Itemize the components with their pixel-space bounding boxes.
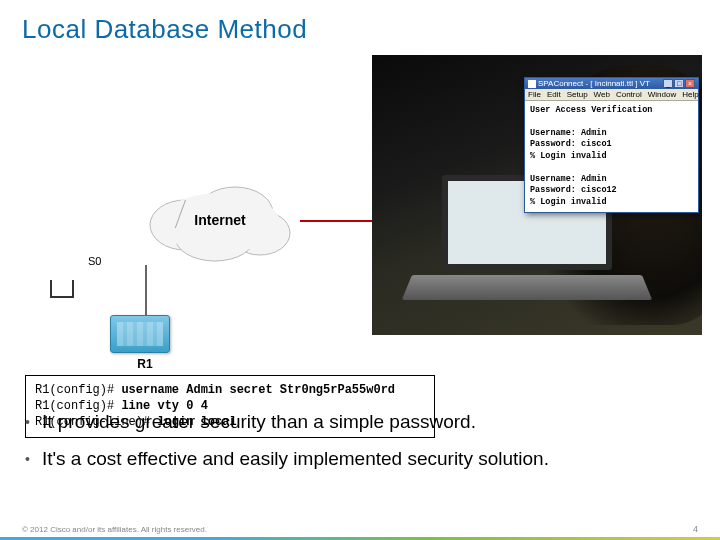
bullet-text: It's a cost effective and easily impleme… (42, 447, 549, 472)
terminal-window: SPAConnect - [ Incinnati.ttl ] VT _ □ × … (524, 77, 699, 213)
bullet-dot-icon: • (25, 447, 30, 471)
terminal-titlebar: SPAConnect - [ Incinnati.ttl ] VT _ □ × (525, 78, 698, 89)
bullet-text: It provides greater security than a simp… (42, 410, 476, 435)
interface-label-s0: S0 (88, 255, 101, 267)
terminal-menubar: File Edit Setup Web Control Window Help (525, 89, 698, 101)
router-label: R1 (100, 357, 190, 371)
copyright-text: © 2012 Cisco and/or its affiliates. All … (22, 525, 207, 534)
network-diagram: Internet S0 R1 (20, 65, 350, 365)
terminal-line: % Login invalid (530, 151, 693, 162)
cloud-icon: Internet (140, 175, 300, 265)
slide-footer: © 2012 Cisco and/or its affiliates. All … (0, 520, 720, 540)
terminal-title: SPAConnect - [ Incinnati.ttl ] VT (538, 79, 661, 88)
maximize-icon[interactable]: □ (674, 79, 684, 88)
page-number: 4 (693, 524, 698, 534)
slide: Local Database Method Internet S0 (0, 0, 720, 540)
menu-item[interactable]: Setup (567, 90, 588, 99)
menu-item[interactable]: Web (594, 90, 610, 99)
menu-item[interactable]: File (528, 90, 541, 99)
close-icon[interactable]: × (685, 79, 695, 88)
cloud-label: Internet (194, 212, 245, 228)
terminal-line: Password: cisco1 (530, 139, 693, 150)
photo-user-at-laptop: SPAConnect - [ Incinnati.ttl ] VT _ □ × … (372, 55, 702, 335)
slide-title: Local Database Method (0, 0, 720, 45)
menu-item[interactable]: Control (616, 90, 642, 99)
terminal-body: User Access Verification Username: Admin… (525, 101, 698, 212)
terminal-line (530, 116, 693, 127)
terminal-line: % Login invalid (530, 197, 693, 208)
bullet-item: • It provides greater security than a si… (25, 410, 695, 435)
terminal-line (530, 162, 693, 173)
minimize-icon[interactable]: _ (663, 79, 673, 88)
cli-line: R1(config)# username Admin secret Str0ng… (35, 382, 425, 398)
bullet-dot-icon: • (25, 410, 30, 434)
router-r1: R1 (100, 315, 190, 371)
bullet-list: • It provides greater security than a si… (25, 410, 695, 483)
content-area: Internet S0 R1 SPAConnect - [ Incinn (0, 45, 720, 415)
terminal-line: Username: Admin (530, 128, 693, 139)
app-icon (528, 80, 536, 88)
menu-item[interactable]: Edit (547, 90, 561, 99)
menu-item[interactable]: Window (648, 90, 676, 99)
terminal-line: User Access Verification (530, 105, 693, 116)
terminal-line: Password: cisco12 (530, 185, 693, 196)
terminal-line: Username: Admin (530, 174, 693, 185)
bullet-item: • It's a cost effective and easily imple… (25, 447, 695, 472)
menu-item[interactable]: Help (682, 90, 698, 99)
router-link-line (145, 265, 147, 320)
bracket-icon (50, 280, 74, 298)
router-icon (110, 315, 170, 353)
